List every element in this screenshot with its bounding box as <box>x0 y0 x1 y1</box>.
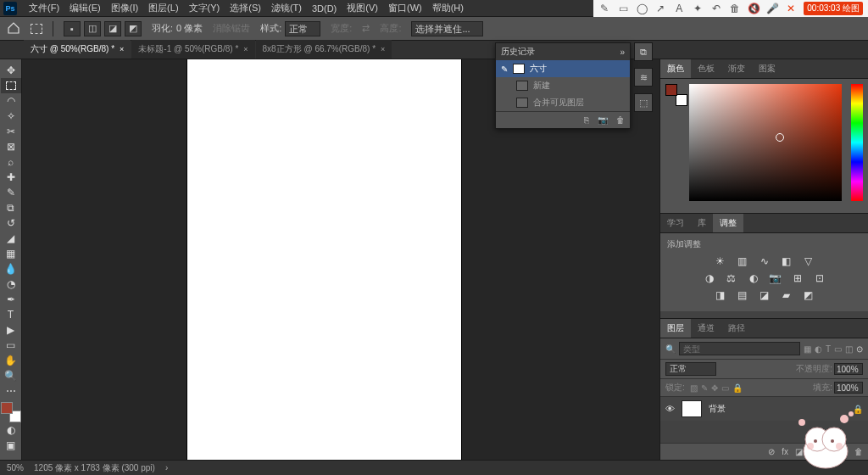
tab-learn[interactable]: 学习 <box>660 214 691 232</box>
crop-tool[interactable]: ✂ <box>1 124 21 139</box>
eyedropper-tool[interactable]: ⌕ <box>1 154 21 170</box>
tab-patterns[interactable]: 图案 <box>752 59 782 78</box>
selective-color-icon[interactable]: ◩ <box>802 289 815 301</box>
dodge-tool[interactable]: ◔ <box>1 277 21 292</box>
hue-slider[interactable] <box>851 84 863 201</box>
color-balance-icon[interactable]: ⚖ <box>725 272 738 284</box>
undo-icon[interactable]: ↶ <box>710 3 722 14</box>
style-dropdown[interactable]: 正常 <box>285 21 320 36</box>
layer-row[interactable]: 👁 背景 🔒 <box>660 397 868 421</box>
selection-add-icon[interactable]: ◫ <box>84 21 101 36</box>
zoom-tool[interactable]: 🔍 <box>1 368 21 383</box>
layer-thumbnail[interactable] <box>682 400 702 417</box>
screen-mode-toggle[interactable]: ▣ <box>1 438 21 453</box>
menu-help[interactable]: 帮助(H) <box>427 0 469 16</box>
fg-swatch[interactable] <box>665 84 677 96</box>
history-brush-tool[interactable]: ↺ <box>1 215 21 231</box>
eraser-tool[interactable]: ◢ <box>1 231 21 246</box>
levels-icon[interactable]: ▥ <box>736 255 749 267</box>
tab-close-icon[interactable]: × <box>120 45 124 53</box>
color-swatch-pair[interactable] <box>665 84 682 101</box>
pen-tool[interactable]: ✒ <box>1 292 21 307</box>
marquee-tool-icon[interactable] <box>31 24 42 34</box>
type-tool[interactable]: T <box>1 307 21 322</box>
wand-icon[interactable]: ✦ <box>692 3 704 14</box>
select-and-mask-button[interactable]: 选择并遮住... <box>411 21 482 36</box>
text-icon[interactable]: A <box>673 3 685 14</box>
menu-type[interactable]: 文字(Y) <box>184 0 225 16</box>
invert-icon[interactable]: ◨ <box>714 289 727 301</box>
create-doc-from-state-icon[interactable]: ⎘ <box>584 115 589 125</box>
curves-icon[interactable]: ∿ <box>758 255 771 267</box>
layer-fx-icon[interactable]: fx <box>782 447 788 456</box>
tab-color[interactable]: 颜色 <box>660 59 691 78</box>
stamp-tool[interactable]: ⧉ <box>1 200 21 215</box>
threshold-icon[interactable]: ◪ <box>758 289 771 301</box>
new-group-icon[interactable]: 📁 <box>824 447 834 456</box>
menu-window[interactable]: 窗口(W) <box>383 0 427 16</box>
layer-filter-input[interactable] <box>679 342 800 355</box>
new-adjustment-icon[interactable]: ◐ <box>810 447 817 456</box>
healing-tool[interactable]: ✚ <box>1 170 21 185</box>
menu-view[interactable]: 视图(V) <box>342 0 383 16</box>
lock-all-icon[interactable]: 🔒 <box>732 383 743 393</box>
frame-tool[interactable]: ⊠ <box>1 139 21 154</box>
marquee-tool[interactable] <box>1 78 21 93</box>
arrow-icon[interactable]: ↗ <box>654 3 666 14</box>
posterize-icon[interactable]: ▤ <box>736 289 749 301</box>
gradient-map-icon[interactable]: ▰ <box>780 289 793 301</box>
tab-adjustments[interactable]: 调整 <box>713 214 743 232</box>
selection-intersect-icon[interactable]: ◩ <box>125 21 142 36</box>
tab-libraries[interactable]: 库 <box>691 214 713 232</box>
lock-transparent-icon[interactable]: ▨ <box>690 383 698 393</box>
delete-state-icon[interactable]: 🗑 <box>616 115 625 125</box>
document-canvas[interactable] <box>187 59 461 460</box>
trash-icon[interactable]: 🗑 <box>729 3 741 14</box>
delete-layer-icon[interactable]: 🗑 <box>854 447 863 456</box>
history-state[interactable]: ✎ 六寸 <box>496 60 630 77</box>
move-tool[interactable]: ✥ <box>1 63 21 78</box>
tab-layers[interactable]: 图层 <box>660 319 691 338</box>
menu-filter[interactable]: 滤镜(T) <box>266 0 307 16</box>
magic-wand-tool[interactable]: ✧ <box>1 109 21 124</box>
opacity-input[interactable] <box>834 363 863 375</box>
home-icon[interactable] <box>7 21 20 36</box>
foreground-background-colors[interactable] <box>1 402 21 422</box>
filter-toggle-icon[interactable]: ⊙ <box>856 344 863 354</box>
tab-paths[interactable]: 路径 <box>721 319 752 338</box>
exposure-icon[interactable]: ◧ <box>780 255 793 267</box>
chevron-right-icon[interactable]: › <box>165 463 168 472</box>
menu-file[interactable]: 文件(F) <box>24 0 64 16</box>
doc-dimensions[interactable]: 1205 像素 x 1783 像素 (300 ppi) <box>34 462 155 474</box>
brush-tool[interactable]: ✎ <box>1 185 21 200</box>
tab-close-icon[interactable]: × <box>243 45 248 53</box>
zoom-level[interactable]: 50% <box>7 463 24 472</box>
new-layer-icon[interactable]: ⊞ <box>841 447 848 456</box>
hand-tool[interactable]: ✋ <box>1 353 21 368</box>
tab-swatches[interactable]: 色板 <box>691 59 721 78</box>
channel-mixer-icon[interactable]: ⊞ <box>791 272 804 284</box>
history-panel-header[interactable]: 历史记录 » <box>496 43 630 60</box>
color-field[interactable] <box>689 84 842 201</box>
color-lookup-icon[interactable]: ⊡ <box>813 272 826 284</box>
layer-visibility-icon[interactable]: 👁 <box>665 404 675 414</box>
filter-shape-icon[interactable]: ▭ <box>834 344 842 354</box>
photo-filter-icon[interactable]: 📷 <box>769 272 782 284</box>
mute-icon[interactable]: 🔇 <box>748 3 760 14</box>
fill-input[interactable] <box>834 382 863 394</box>
lasso-tool[interactable]: ◠ <box>1 93 21 109</box>
menu-select[interactable]: 选择(S) <box>225 0 266 16</box>
lock-position-icon[interactable]: ✥ <box>711 383 718 393</box>
layer-mask-icon[interactable]: ◪ <box>795 447 803 456</box>
document-tab[interactable]: 8x8正方形 @ 66.7%(RGB/8) *× <box>256 40 392 59</box>
filter-smart-icon[interactable]: ◫ <box>845 344 853 354</box>
path-select-tool[interactable]: ▶ <box>1 322 21 338</box>
pen-icon[interactable]: ✎ <box>598 3 610 14</box>
snapshot-icon[interactable]: 📷 <box>598 115 608 125</box>
brightness-icon[interactable]: ☀ <box>714 255 727 267</box>
feather-value[interactable]: 0 像素 <box>176 22 203 35</box>
filter-pixel-icon[interactable]: ▦ <box>804 344 811 354</box>
bw-icon[interactable]: ◐ <box>747 272 760 284</box>
link-layers-icon[interactable]: ⊘ <box>768 447 775 456</box>
selection-new-icon[interactable]: ▪ <box>64 21 81 36</box>
